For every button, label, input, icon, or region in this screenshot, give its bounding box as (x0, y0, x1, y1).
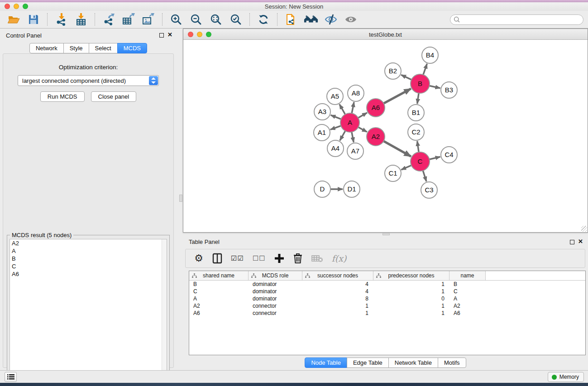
column-header-name[interactable]: name (449, 271, 486, 280)
import-network-icon[interactable] (54, 12, 68, 27)
cell-shared-name[interactable]: C (189, 288, 249, 295)
tab-select[interactable]: Select (89, 43, 118, 53)
cell-name[interactable]: B (449, 281, 486, 288)
result-item-b[interactable]: B (10, 255, 167, 262)
cell-MCDS-role[interactable]: connector (249, 302, 302, 310)
deselect-all-icon[interactable]: ☐☐ (253, 252, 266, 265)
select-all-icon[interactable]: ☑☑ (231, 252, 244, 265)
hide-visualization-icon[interactable] (324, 12, 338, 27)
table-row-a6[interactable]: A6connector11A6 (189, 310, 585, 317)
delete-table-icon[interactable] (311, 252, 323, 265)
zoom-out-icon[interactable] (189, 12, 203, 27)
cell-MCDS-role[interactable]: dominator (249, 281, 302, 288)
tab-mcds[interactable]: MCDS (117, 43, 147, 53)
delete-column-icon[interactable] (293, 252, 303, 265)
cell-successor-nodes[interactable]: 4 (302, 288, 373, 295)
cell-shared-name[interactable]: A2 (189, 302, 249, 310)
graph-node-B[interactable]: B (411, 74, 430, 93)
graph-node-D1[interactable]: D1 (344, 181, 360, 197)
column-header-predecessor-nodes[interactable]: predecessor nodes (373, 271, 449, 280)
graph-node-A2[interactable]: A2 (367, 128, 385, 146)
network-file-icon[interactable] (284, 12, 298, 27)
cell-name[interactable]: A2 (449, 302, 486, 310)
graph-node-B1[interactable]: B1 (408, 105, 424, 121)
result-item-a2[interactable]: A2 (10, 239, 167, 247)
tab-style[interactable]: Style (63, 43, 89, 53)
search-input[interactable] (450, 14, 583, 25)
graph-node-B3[interactable]: B3 (441, 82, 457, 98)
window-resize-grip[interactable] (581, 226, 587, 232)
table-tab-motifs[interactable]: Motifs (438, 357, 466, 368)
cell-name[interactable]: C (449, 288, 486, 295)
table-row-a2[interactable]: A2connector11A2 (189, 302, 585, 310)
import-table-icon[interactable] (74, 12, 88, 27)
graph-node-A8[interactable]: A8 (348, 85, 364, 101)
memory-button[interactable]: Memory (548, 372, 584, 382)
close-panel-button[interactable]: Close panel (91, 91, 137, 102)
float-table-panel-icon[interactable] (570, 240, 574, 244)
graph-node-A4[interactable]: A4 (327, 140, 344, 157)
show-visualization-icon[interactable] (344, 12, 358, 27)
table-row-b[interactable]: Bdominator41B (189, 281, 585, 288)
close-table-panel-icon[interactable]: ✕ (578, 238, 583, 245)
graph-node-D[interactable]: D (314, 181, 330, 197)
cell-shared-name[interactable]: A (189, 295, 249, 302)
result-scrollbar[interactable] (162, 239, 167, 386)
refresh-icon[interactable] (256, 12, 271, 27)
cell-shared-name[interactable]: B (189, 281, 249, 288)
add-column-icon[interactable] (274, 252, 284, 265)
cell-predecessor-nodes[interactable]: 1 (373, 310, 449, 317)
settings-gear-icon[interactable]: ⚙ (194, 252, 204, 265)
column-header-MCDS-role[interactable]: MCDS role (249, 271, 302, 280)
zoom-in-icon[interactable] (169, 12, 183, 27)
function-builder-icon[interactable]: f(x) (332, 252, 347, 265)
graph-node-B4[interactable]: B4 (422, 47, 438, 63)
graph-node-A[interactable]: A (340, 113, 359, 132)
graph-node-A1[interactable]: A1 (314, 124, 330, 141)
cell-MCDS-role[interactable]: connector (249, 310, 302, 317)
graph-node-A7[interactable]: A7 (347, 143, 363, 159)
result-item-a6[interactable]: A6 (10, 270, 167, 278)
cell-name[interactable]: A (449, 295, 486, 302)
cell-predecessor-nodes[interactable]: 1 (373, 281, 449, 288)
graph-node-C3[interactable]: C3 (421, 182, 437, 198)
cell-MCDS-role[interactable]: dominator (249, 295, 302, 302)
cell-successor-nodes[interactable]: 8 (302, 295, 373, 302)
export-network-icon[interactable] (101, 12, 116, 27)
cell-predecessor-nodes[interactable]: 1 (373, 302, 449, 310)
result-item-a[interactable]: A (10, 247, 167, 255)
graph-node-A5[interactable]: A5 (327, 88, 343, 105)
show-column-icon[interactable] (212, 252, 222, 265)
optimization-criterion-select[interactable]: largest connected component (directed) (18, 75, 159, 86)
table-tab-node-table[interactable]: Node Table (305, 357, 347, 368)
network-canvas[interactable]: B4B2BB3A8A5A6B1A3AC2A1A2A4A7C4CC1C3DD1 (184, 40, 587, 232)
table-row-a[interactable]: Adominator80A (189, 295, 585, 302)
close-panel-icon[interactable]: ✕ (167, 32, 172, 38)
home-icon[interactable] (304, 12, 318, 27)
cell-shared-name[interactable]: A6 (189, 310, 249, 317)
cell-successor-nodes[interactable]: 4 (302, 281, 373, 288)
export-table-icon[interactable] (121, 12, 136, 27)
column-header-successor-nodes[interactable]: successor nodes (302, 271, 373, 280)
graph-node-C4[interactable]: C4 (441, 147, 457, 163)
vertical-splitter-handle[interactable] (179, 195, 182, 202)
table-tab-edge-table[interactable]: Edge Table (347, 357, 389, 368)
graph-node-C2[interactable]: C2 (408, 124, 424, 140)
graph-node-B2[interactable]: B2 (385, 63, 401, 79)
cell-predecessor-nodes[interactable]: 1 (373, 288, 449, 295)
graph-node-A6[interactable]: A6 (367, 99, 385, 117)
cell-name[interactable]: A6 (449, 310, 486, 317)
save-session-icon[interactable] (26, 12, 41, 27)
graph-node-A3[interactable]: A3 (314, 104, 330, 120)
graph-node-C1[interactable]: C1 (385, 165, 401, 181)
export-image-icon[interactable] (141, 12, 156, 27)
table-tab-network-table[interactable]: Network Table (388, 357, 438, 368)
cell-MCDS-role[interactable]: dominator (249, 288, 302, 295)
table-row-c[interactable]: Cdominator41C (189, 288, 585, 295)
cell-successor-nodes[interactable]: 1 (302, 302, 373, 310)
cell-successor-nodes[interactable]: 1 (302, 310, 373, 317)
result-item-c[interactable]: C (10, 262, 167, 270)
network-window-titlebar[interactable]: testGlobe.txt (183, 29, 588, 40)
float-panel-icon[interactable] (159, 33, 164, 38)
column-header-shared-name[interactable]: shared name (189, 271, 249, 280)
